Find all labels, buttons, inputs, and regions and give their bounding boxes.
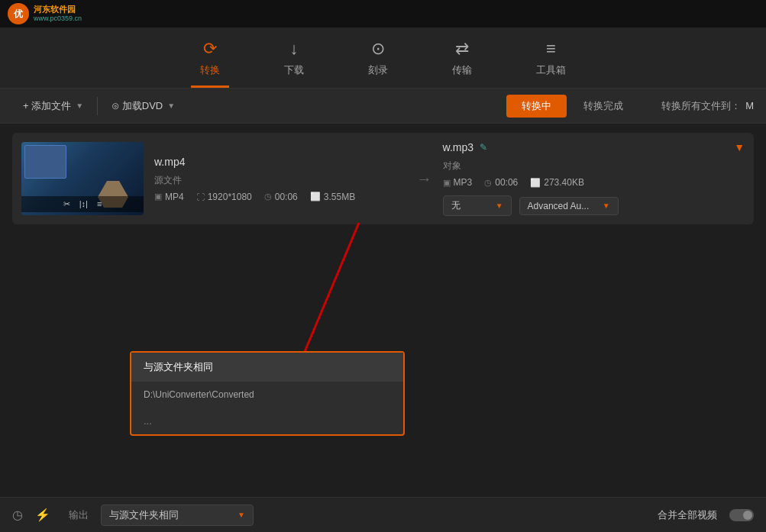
logo-icon: 优: [8, 3, 29, 24]
nav-label-convert: 转换: [200, 63, 220, 77]
output-meta-row: ▣ MP3 ◷ 00:06 ⬜ 273.40KB: [443, 177, 745, 188]
main-area: ✂ |↕| ≡ w.mp4 源文件 ▣ MP4 ⛶ 1920*1080 ◷: [0, 124, 766, 497]
resolution-icon: ⛶: [196, 192, 205, 202]
convert-icon: ⟳: [203, 39, 217, 59]
thumb-controls: ✂ |↕| ≡: [21, 196, 144, 212]
title-bar: 优 河东软件园 www.pc0359.cn: [0, 0, 766, 27]
output-format-row: 无 ▼ Advanced Au... ▼: [443, 195, 745, 216]
tab-converting[interactable]: 转换中: [506, 95, 567, 118]
nav-label-transfer: 传输: [452, 63, 472, 77]
format-none-dropdown[interactable]: 无 ▼: [443, 195, 512, 216]
logo-text: 河东软件园 www.pc0359.cn: [34, 5, 82, 23]
source-format: MP4: [165, 192, 184, 202]
advanced-label: Advanced Au...: [528, 201, 590, 211]
top-nav: ⟳ 转换 ↓ 下载 ⊙ 刻录 ⇄ 传输 ≡ 工具箱: [0, 27, 766, 89]
dropdown-option-converted-folder[interactable]: D:\UniConverter\Converted: [131, 382, 403, 408]
output-path-value: 与源文件夹相同: [109, 508, 179, 522]
download-icon: ↓: [290, 39, 299, 59]
advanced-dropdown[interactable]: Advanced Au... ▼: [519, 197, 619, 215]
nav-item-download[interactable]: ↓ 下载: [275, 34, 313, 82]
transfer-icon: ⇄: [455, 39, 469, 59]
toolbar: + 添加文件 ▼ ⊙ 加载DVD ▼ 转换中 转换完成 转换所有文件到： M: [0, 89, 766, 124]
convert-arrow: →: [417, 170, 432, 188]
output-size-item: ⬜ 273.40KB: [530, 177, 584, 188]
nav-label-burn: 刻录: [368, 63, 388, 77]
toolbar-divider-1: [97, 97, 98, 115]
bottom-bar: ◷ ⚡ 输出 与源文件夹相同 ▼ 合并全部视频: [0, 497, 766, 532]
load-dvd-button[interactable]: ⊙ 加载DVD ▼: [101, 95, 186, 118]
source-meta-row: ▣ MP4 ⛶ 1920*1080 ◷ 00:06 ⬜ 3.55MB: [154, 192, 406, 202]
source-size-item: ⬜ 3.55MB: [310, 192, 355, 202]
output-label: 对象: [443, 160, 745, 172]
format-icon: ▣: [154, 192, 162, 202]
toolbox-icon: ≡: [546, 39, 556, 59]
load-dvd-arrow: ▼: [167, 102, 175, 110]
source-file-info: w.mp4 源文件 ▣ MP4 ⛶ 1920*1080 ◷ 00:06 ⬜ 3.…: [154, 156, 406, 202]
output-file-name: w.mp3: [443, 141, 473, 153]
format-none-label: 无: [451, 199, 461, 212]
add-file-label: + 添加文件: [23, 99, 71, 113]
output-size: 273.40KB: [544, 177, 584, 188]
output-path-selector[interactable]: 与源文件夹相同 ▼: [101, 505, 254, 526]
load-dvd-label: ⊙ 加载DVD: [112, 99, 163, 113]
app-logo: 优 河东软件园 www.pc0359.cn: [8, 3, 82, 24]
source-resolution: 1920*1080: [208, 192, 252, 202]
source-format-item: ▣ MP4: [154, 192, 184, 202]
burn-icon: ⊙: [371, 39, 385, 59]
tab-done[interactable]: 转换完成: [568, 95, 638, 118]
merge-label: 合并全部视频: [658, 508, 717, 522]
nav-item-transfer[interactable]: ⇄ 传输: [443, 34, 481, 82]
convert-all-label: 转换所有文件到：: [661, 99, 741, 113]
clock-icon: ◷: [264, 192, 272, 202]
source-size: 3.55MB: [324, 192, 355, 202]
add-file-arrow: ▼: [76, 102, 83, 110]
output-format-icon: ▣: [443, 178, 451, 188]
source-duration: 00:06: [275, 192, 298, 202]
file-thumbnail: ✂ |↕| ≡: [21, 142, 144, 215]
dropdown-option-ellipsis[interactable]: ...: [131, 408, 403, 434]
output-file-info: w.mp3 ✎ ▼ 对象 ▣ MP3 ◷ 00:06 ⬜ 273.40KB: [443, 141, 745, 216]
source-file-name: w.mp4: [154, 156, 406, 168]
merge-toggle[interactable]: [729, 509, 754, 521]
scissors-icon[interactable]: ✂: [63, 199, 70, 209]
output-format-item: ▣ MP3: [443, 177, 473, 188]
dropdown-option-same-folder[interactable]: 与源文件夹相同: [131, 353, 403, 382]
output-duration: 00:06: [495, 177, 518, 188]
edit-icon[interactable]: ✎: [480, 142, 487, 153]
advanced-arrow: ▼: [603, 202, 610, 210]
output-format: MP3: [454, 177, 473, 188]
expand-button[interactable]: ▼: [734, 141, 745, 153]
source-label: 源文件: [154, 174, 406, 187]
output-file-icon: ⬜: [530, 178, 541, 188]
output-path-dropdown: 与源文件夹相同 D:\UniConverter\Converted ...: [130, 351, 405, 436]
add-file-button[interactable]: + 添加文件 ▼: [12, 95, 94, 118]
output-duration-item: ◷ 00:06: [484, 177, 518, 188]
output-path-arrow: ▼: [238, 511, 245, 519]
nav-item-convert[interactable]: ⟳ 转换: [191, 34, 229, 82]
source-resolution-item: ⛶ 1920*1080: [196, 192, 252, 202]
trim-icon[interactable]: |↕|: [79, 199, 88, 209]
lightning-icon[interactable]: ⚡: [35, 508, 50, 522]
convert-all-value: M: [745, 100, 754, 111]
file-card: ✂ |↕| ≡ w.mp4 源文件 ▣ MP4 ⛶ 1920*1080 ◷: [12, 133, 754, 224]
nav-label-toolbox: 工具箱: [536, 63, 566, 77]
toolbar-tabs: 转换中 转换完成: [506, 95, 638, 118]
thumb-desktop: [24, 145, 66, 179]
output-path-label: 输出: [69, 508, 89, 522]
menu-icon[interactable]: ≡: [97, 199, 102, 209]
nav-item-toolbox[interactable]: ≡ 工具箱: [527, 34, 575, 82]
output-clock-icon: ◷: [484, 178, 492, 188]
logo-main-text: 河东软件园: [34, 5, 82, 15]
output-name-row: w.mp3 ✎ ▼: [443, 141, 745, 153]
nav-item-burn[interactable]: ⊙ 刻录: [359, 34, 397, 82]
source-duration-item: ◷ 00:06: [264, 192, 298, 202]
svg-line-1: [298, 223, 359, 368]
logo-sub-text: www.pc0359.cn: [34, 15, 82, 23]
format-none-arrow: ▼: [496, 202, 503, 210]
file-icon: ⬜: [310, 192, 321, 202]
nav-label-download: 下载: [284, 63, 304, 77]
clock-bottom-icon[interactable]: ◷: [12, 508, 23, 522]
